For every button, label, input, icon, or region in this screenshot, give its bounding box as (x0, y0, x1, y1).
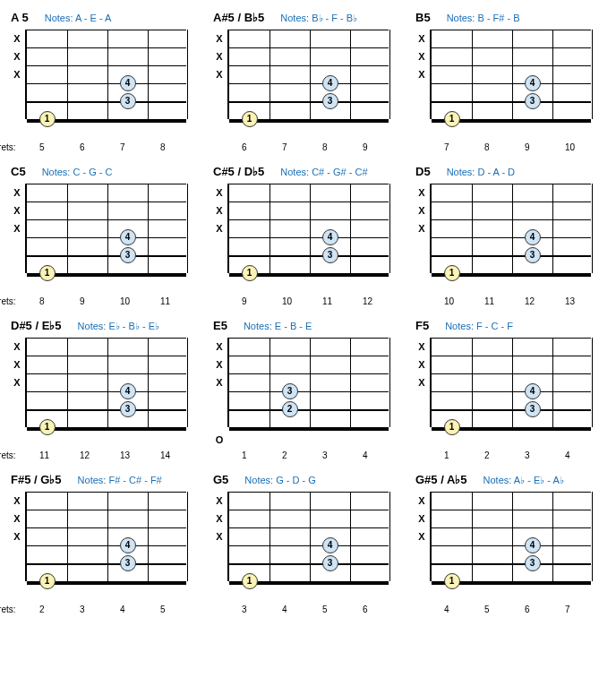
root-finger-dot: 1 (242, 265, 258, 281)
notes-prefix: Notes: (447, 13, 478, 23)
string-marker (415, 563, 428, 581)
finger-dot: 3 (120, 555, 136, 571)
string-marker: X (415, 219, 428, 237)
finger-dot: 3 (120, 401, 136, 417)
notes-prefix: Notes: (78, 321, 109, 331)
finger-dot: 3 (120, 247, 136, 263)
root-finger-dot: 1 (39, 111, 56, 127)
fret-number: 7 (430, 142, 470, 152)
string-marker (11, 273, 23, 291)
fret-labels: Frets:891011 (25, 296, 201, 306)
string-marker (415, 119, 428, 137)
finger-dot: 4 (525, 383, 541, 399)
fret-labels: 1234 (227, 450, 403, 460)
string-markers: XXX (11, 184, 23, 291)
notes-prefix: Notes: (280, 167, 312, 177)
string-marker: X (213, 30, 226, 47)
string-marker (11, 581, 23, 599)
string-marker (213, 409, 226, 427)
string-marker (11, 545, 23, 563)
notes-value: A♭ - E♭ - A♭ (514, 475, 564, 485)
string-marker: X (415, 356, 428, 373)
finger-dot: 3 (282, 383, 298, 399)
string-marker: X (11, 65, 23, 83)
string-marker (11, 391, 23, 409)
fret-number: 2 (268, 450, 308, 460)
chord-diagram: C#5 / D♭5Notes: C# - G# - C#XXX431910111… (213, 165, 403, 306)
fret-number: 10 (551, 142, 591, 152)
chord-notes: Notes: A♭ - E♭ - A♭ (483, 475, 564, 486)
notes-prefix: Notes: (447, 167, 478, 177)
notes-value: B - F# - B (477, 13, 519, 23)
notes-value: B♭ - F - B♭ (312, 13, 357, 23)
string-marker (213, 83, 226, 101)
chord-notes: Notes: B♭ - F - B♭ (280, 13, 357, 24)
fret-number: 8 (25, 296, 65, 306)
chord-notes: Notes: C - G - C (42, 167, 113, 177)
fret-number: 8 (308, 142, 348, 152)
string-marker: X (213, 356, 226, 373)
string-marker: X (415, 492, 428, 510)
fret-number: 5 (308, 605, 348, 614)
string-marker: X (11, 30, 23, 47)
fret-number: 10 (430, 296, 470, 306)
string-marker (415, 545, 428, 563)
string-marker (213, 273, 226, 291)
frets-prefix: Frets: (0, 142, 7, 152)
string-marker (415, 391, 428, 409)
chord-name: D5 (415, 165, 431, 178)
fretboard: 431 (25, 30, 186, 119)
notes-prefix: Notes: (445, 321, 476, 331)
string-marker: X (11, 492, 23, 510)
fretboard: 431 (227, 492, 389, 581)
string-marker: X (213, 202, 226, 219)
string-marker: X (213, 373, 226, 391)
notes-value: G - D - G (276, 475, 316, 485)
string-marker (415, 581, 428, 599)
fret-number: 12 (348, 296, 389, 306)
fret-labels: Frets:2345 (25, 605, 201, 614)
root-finger-dot: 1 (242, 573, 258, 589)
fretboard: 431 (25, 338, 186, 427)
notes-value: A - E - A (75, 13, 111, 23)
string-marker (213, 101, 226, 119)
fret-number: 6 (227, 142, 268, 152)
notes-value: E♭ - B♭ - E♭ (108, 321, 159, 331)
string-marker (213, 237, 226, 255)
fret-number: 1 (430, 450, 470, 460)
fret-number: 9 (348, 142, 389, 152)
root-finger-dot: 1 (444, 573, 460, 589)
string-marker: X (213, 492, 226, 510)
string-marker (415, 255, 428, 273)
chord-notes: Notes: F - C - F (445, 321, 513, 331)
fretboard: 431 (430, 338, 591, 427)
chord-diagram: A 5Notes: A - E - AXXX431Frets:5678 (11, 11, 201, 152)
notes-value: F - C - F (476, 321, 513, 331)
chord-diagram: B5Notes: B - F# - BXXX43178910 (415, 11, 605, 152)
fret-labels: 6789 (227, 142, 403, 152)
fret-number: 7 (268, 142, 308, 152)
string-marker: X (415, 510, 428, 527)
fret-number: 11 (146, 296, 186, 306)
finger-dot: 4 (322, 75, 338, 91)
chord-diagram: F#5 / G♭5Notes: F# - C# - F#XXX431Frets:… (11, 473, 201, 614)
fret-number: 3 (227, 605, 268, 614)
string-marker: X (415, 30, 428, 47)
string-marker (213, 545, 226, 563)
chord-name: C5 (11, 165, 26, 178)
frets-prefix: Frets: (0, 450, 7, 460)
fret-number: 4 (348, 450, 389, 460)
fret-number: 5 (25, 142, 65, 152)
string-markers: XXX (415, 338, 428, 445)
fret-number: 8 (146, 142, 186, 152)
fret-number: 7 (551, 605, 591, 614)
chord-notes: Notes: A - E - A (45, 13, 112, 23)
fret-number: 4 (268, 605, 308, 614)
fret-number: 8 (470, 142, 510, 152)
notes-value: D - A - D (477, 167, 515, 177)
fret-number: 7 (106, 142, 146, 152)
finger-dot: 4 (322, 229, 338, 245)
string-marker: X (213, 47, 226, 65)
chord-diagram: D5Notes: D - A - DXXX43110111213 (415, 165, 605, 306)
notes-prefix: Notes: (45, 13, 75, 23)
